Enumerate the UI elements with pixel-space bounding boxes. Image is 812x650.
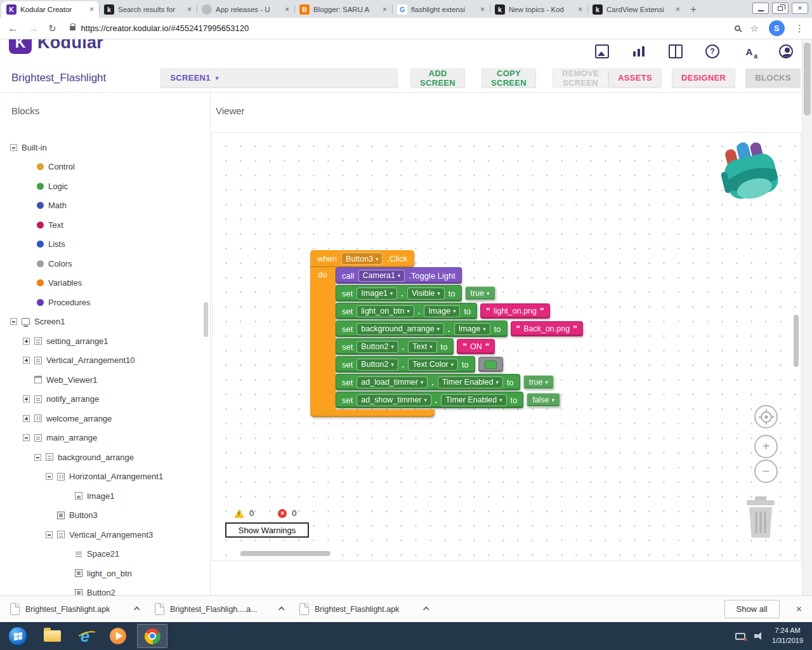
start-button[interactable] xyxy=(0,627,36,646)
close-button[interactable]: × xyxy=(792,3,808,14)
reload-icon[interactable]: ↻ xyxy=(48,23,56,33)
zoom-out-button[interactable]: − xyxy=(754,460,778,483)
event-component-dropdown[interactable]: Button3 xyxy=(341,253,383,265)
download-item[interactable]: Brightest_Flashlight.apk xyxy=(299,603,429,615)
tree-item-variables[interactable]: Variables xyxy=(0,274,210,293)
download-menu-icon[interactable] xyxy=(423,606,429,613)
expand-icon[interactable] xyxy=(23,357,30,364)
tree-item-light-on-btn[interactable]: light_on_btn xyxy=(0,564,210,583)
chrome-taskbar-button[interactable] xyxy=(137,624,167,648)
expand-icon[interactable] xyxy=(23,415,30,422)
close-downloads-bar-icon[interactable]: × xyxy=(796,604,802,615)
blocks-button[interactable]: BLOCKS xyxy=(745,69,801,88)
tree-item-control[interactable]: Control xyxy=(0,157,210,177)
collapse-icon[interactable] xyxy=(46,531,53,538)
tree-item-vertical-arrangement3[interactable]: Vertical_Arrangement3 xyxy=(0,525,210,545)
tree-item-procedures[interactable]: Procedures xyxy=(0,293,210,312)
tree-item-math[interactable]: Math xyxy=(0,196,210,216)
component-dropdown[interactable]: Button2 xyxy=(357,341,398,353)
tab-new-topics[interactable]: k New topics - Kod × xyxy=(490,1,587,18)
tree-item-web-viewer1[interactable]: Web_Viewer1 xyxy=(0,370,210,390)
property-dropdown[interactable]: Text Color xyxy=(408,359,458,371)
tree-item-logic[interactable]: Logic xyxy=(0,176,210,196)
back-icon[interactable]: ← xyxy=(8,23,18,34)
screen-selector-button[interactable]: SCREEN1 xyxy=(160,69,398,88)
scrollbar-thumb[interactable] xyxy=(804,43,811,116)
forward-icon[interactable]: → xyxy=(28,23,39,34)
language-icon[interactable] xyxy=(742,44,756,58)
restore-button[interactable] xyxy=(772,3,789,14)
tab-app-releases[interactable]: App releases - U × xyxy=(197,1,294,18)
logic-true-block[interactable]: true xyxy=(465,286,495,300)
profile-avatar[interactable]: S xyxy=(769,20,785,36)
set-ad-show-timmer-enabled-block[interactable]: set ad_show_timmer . Timer Enabled to xyxy=(336,392,523,408)
property-dropdown[interactable]: Timer Enabled xyxy=(441,394,506,406)
component-dropdown[interactable]: Camera1 xyxy=(358,270,405,282)
tab-close-icon[interactable]: × xyxy=(676,5,680,14)
panel-scrollbar[interactable] xyxy=(204,302,208,337)
when-event-block[interactable]: when Button3 .Click xyxy=(310,250,414,267)
show-warnings-button[interactable]: Show Warnings xyxy=(225,522,309,538)
media-player-button[interactable] xyxy=(102,622,134,650)
workspace-horizontal-scrollbar[interactable] xyxy=(240,551,331,556)
download-menu-icon[interactable] xyxy=(278,606,285,613)
taskbar-clock[interactable]: 7:24 AM 1/31/2019 xyxy=(772,626,803,646)
tree-item-background-arrange[interactable]: background_arrange xyxy=(0,448,210,467)
text-string-block[interactable]: "light_on.png" xyxy=(480,303,549,319)
component-dropdown[interactable]: Image1 xyxy=(357,288,397,300)
internet-explorer-button[interactable]: e xyxy=(69,622,102,650)
minimize-button[interactable] xyxy=(752,3,769,14)
tree-item-lists[interactable]: Lists xyxy=(0,235,210,255)
set-button2-text-block[interactable]: set Button2 . Text to xyxy=(336,338,454,355)
collapse-icon[interactable] xyxy=(23,434,30,441)
tree-item-space21[interactable]: Space21 xyxy=(0,545,210,564)
tree-builtin-header[interactable]: Built-in xyxy=(0,138,210,157)
tree-item-colors[interactable]: Colors xyxy=(0,254,210,274)
logic-true-block[interactable]: true xyxy=(523,375,554,389)
tab-close-icon[interactable]: × xyxy=(285,5,289,14)
tab-search-results[interactable]: k Search results for × xyxy=(99,1,197,18)
text-string-block[interactable]: "Back_on.png" xyxy=(511,321,583,336)
component-dropdown[interactable]: background_arrange xyxy=(357,323,444,335)
volume-icon[interactable] xyxy=(754,632,763,640)
trash-can[interactable] xyxy=(744,496,777,542)
text-string-block[interactable]: "ON" xyxy=(457,339,495,354)
page-scrollbar[interactable] xyxy=(802,39,812,595)
set-background-arrange-image-block[interactable]: set background_arrange . Image to xyxy=(336,321,508,337)
chrome-menu-icon[interactable]: ⋮ xyxy=(795,23,804,33)
kodular-logo[interactable]: K Kodular xyxy=(9,39,103,54)
address-bar[interactable]: https://creator.kodular.io/#455241799565… xyxy=(70,23,725,33)
tree-item-text[interactable]: Text xyxy=(0,215,210,235)
tab-flashlight-search[interactable]: G flashlight extensi × xyxy=(392,1,490,18)
library-icon[interactable] xyxy=(669,44,683,58)
workspace-vertical-scrollbar[interactable] xyxy=(794,315,799,367)
new-tab-button[interactable]: + xyxy=(685,1,702,18)
file-explorer-button[interactable] xyxy=(36,622,69,650)
tree-screen1-header[interactable]: Screen1 xyxy=(0,312,210,332)
property-dropdown[interactable]: Image xyxy=(424,305,460,317)
component-dropdown[interactable]: ad_load_timmer xyxy=(357,376,428,388)
show-all-downloads-button[interactable]: Show all xyxy=(724,600,780,618)
call-camera-toggle-light-block[interactable]: call Camera1 .Toggle Light xyxy=(336,267,462,284)
gallery-icon[interactable] xyxy=(595,44,609,58)
tree-item-image1[interactable]: Image1 xyxy=(0,486,210,506)
tab-close-icon[interactable]: × xyxy=(480,5,485,14)
logic-false-block[interactable]: false xyxy=(527,393,560,407)
expand-icon[interactable] xyxy=(23,395,30,402)
zoom-in-button[interactable]: + xyxy=(754,435,778,458)
set-ad-load-timmer-enabled-block[interactable]: set ad_load_timmer . Timer Enabled to xyxy=(336,374,520,390)
tree-item-setting-arrange1[interactable]: setting_arrange1 xyxy=(0,331,210,351)
collapse-icon[interactable] xyxy=(34,454,41,461)
designer-button[interactable]: DESIGNER xyxy=(672,69,735,88)
download-item[interactable]: Brightest_Flashlight.apk xyxy=(10,603,140,615)
set-light-on-btn-image-block[interactable]: set light_on_btn . Image to xyxy=(336,303,477,319)
copy-screen-button[interactable]: COPY SCREEN xyxy=(481,69,536,88)
property-dropdown[interactable]: Timer Enabled xyxy=(438,376,503,388)
download-item[interactable]: Brightest_Flashligh....a... xyxy=(155,603,284,615)
tab-close-icon[interactable]: × xyxy=(383,5,387,14)
property-dropdown[interactable]: Image xyxy=(454,323,490,335)
property-dropdown[interactable]: Text xyxy=(408,341,436,353)
property-dropdown[interactable]: Visible xyxy=(407,288,445,300)
tree-item-button3[interactable]: Button3 xyxy=(0,506,210,526)
component-dropdown[interactable]: Button2 xyxy=(357,359,398,371)
